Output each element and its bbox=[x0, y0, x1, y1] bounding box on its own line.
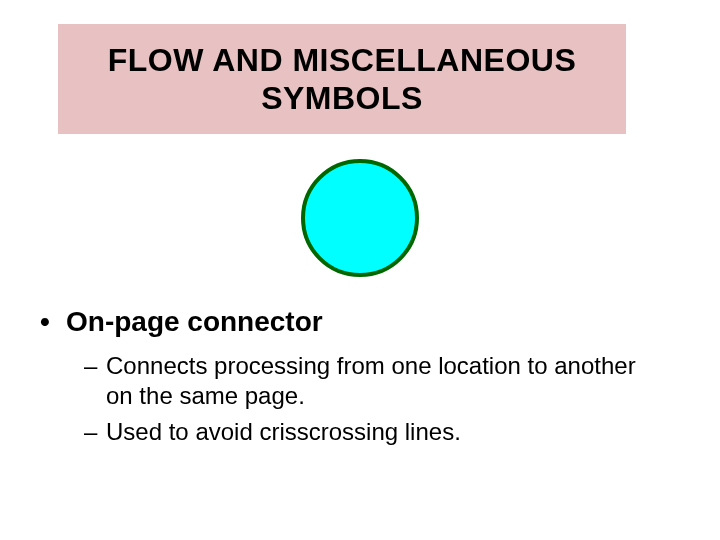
bullet-l1-text: On-page connector bbox=[66, 306, 323, 337]
slide: FLOW AND MISCELLANEOUS SYMBOLS •On-page … bbox=[0, 0, 720, 540]
bullet-l2-marker: – bbox=[84, 417, 106, 447]
symbol-area bbox=[0, 148, 720, 288]
bullet-l2-text: Connects processing from one location to… bbox=[106, 352, 636, 409]
title-box: FLOW AND MISCELLANEOUS SYMBOLS bbox=[58, 24, 626, 134]
slide-title: FLOW AND MISCELLANEOUS SYMBOLS bbox=[108, 41, 576, 118]
bullet-level-2: –Connects processing from one location t… bbox=[84, 351, 660, 411]
bullet-level-1: •On-page connector bbox=[40, 305, 660, 339]
bullet-l1-marker: • bbox=[40, 305, 66, 339]
on-page-connector-icon bbox=[301, 159, 419, 277]
bullet-l2-text: Used to avoid crisscrossing lines. bbox=[106, 418, 461, 445]
bullet-level-2: –Used to avoid crisscrossing lines. bbox=[84, 417, 660, 447]
bullet-l2-marker: – bbox=[84, 351, 106, 381]
sub-bullet-list: –Connects processing from one location t… bbox=[84, 351, 660, 447]
content-area: •On-page connector –Connects processing … bbox=[40, 305, 660, 453]
